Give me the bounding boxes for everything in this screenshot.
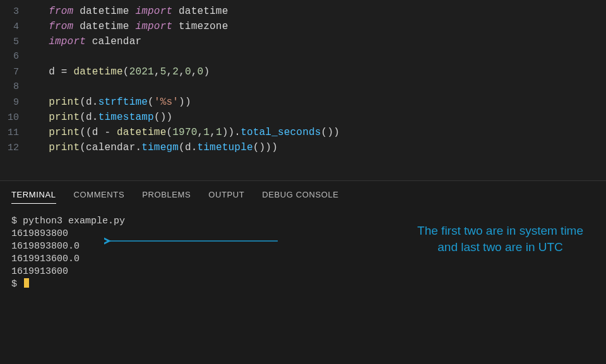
code-line[interactable]: 3from datetime import datetime: [0, 4, 606, 19]
line-number: 11: [0, 126, 37, 141]
line-number: 10: [0, 110, 37, 126]
terminal-command: $ python3 example.py: [11, 215, 595, 228]
code-content: from datetime import timezone: [37, 19, 606, 34]
code-content: print(d.timestamp()): [37, 110, 606, 125]
terminal-output-line: 1619913600: [11, 266, 595, 278]
code-content: print((d - datetime(1970,1,1)).total_sec…: [37, 125, 606, 140]
tab-terminal[interactable]: TERMINAL: [11, 190, 56, 204]
code-editor[interactable]: 3from datetime import datetime4from date…: [0, 0, 606, 180]
terminal-prompt: $: [11, 278, 595, 291]
code-line[interactable]: 12print(calendar.timegm(d.timetuple())): [0, 140, 606, 155]
code-line[interactable]: 8: [0, 79, 606, 95]
code-line[interactable]: 5import calendar: [0, 34, 606, 49]
terminal-view[interactable]: $ python3 example.py 1619893800 16198938…: [0, 209, 606, 291]
line-number: 8: [0, 79, 37, 95]
code-line[interactable]: 10print(d.timestamp()): [0, 110, 606, 125]
line-number: 3: [0, 4, 37, 20]
terminal-output-line: 1619893800: [11, 228, 595, 240]
bottom-panel: TERMINAL COMMENTS PROBLEMS OUTPUT DEBUG …: [0, 180, 606, 364]
code-line[interactable]: 7d = datetime(2021,5,2,0,0): [0, 64, 606, 79]
line-number: 9: [0, 95, 37, 110]
tab-output[interactable]: OUTPUT: [208, 190, 244, 204]
terminal-cursor: [24, 278, 29, 288]
terminal-output-line: 1619913600.0: [11, 253, 595, 266]
code-line[interactable]: 9print(d.strftime('%s')): [0, 95, 606, 110]
line-number: 4: [0, 20, 37, 35]
line-number: 6: [0, 49, 37, 64]
code-content: d = datetime(2021,5,2,0,0): [37, 64, 606, 79]
tab-comments[interactable]: COMMENTS: [74, 190, 125, 204]
terminal-output-line: 1619893800.0: [11, 240, 595, 253]
code-line[interactable]: 4from datetime import timezone: [0, 19, 606, 34]
code-content: print(d.strftime('%s')): [37, 95, 606, 110]
panel-tabs: TERMINAL COMMENTS PROBLEMS OUTPUT DEBUG …: [0, 181, 606, 209]
tab-debug-console[interactable]: DEBUG CONSOLE: [262, 190, 338, 204]
code-line[interactable]: 11print((d - datetime(1970,1,1)).total_s…: [0, 125, 606, 140]
code-line[interactable]: 6: [0, 49, 606, 64]
tab-problems[interactable]: PROBLEMS: [142, 190, 191, 204]
code-content: import calendar: [37, 34, 606, 49]
line-number: 5: [0, 35, 37, 50]
code-content: print(calendar.timegm(d.timetuple())): [37, 140, 606, 155]
code-content: from datetime import datetime: [37, 4, 606, 19]
line-number: 12: [0, 141, 37, 156]
line-number: 7: [0, 65, 37, 80]
